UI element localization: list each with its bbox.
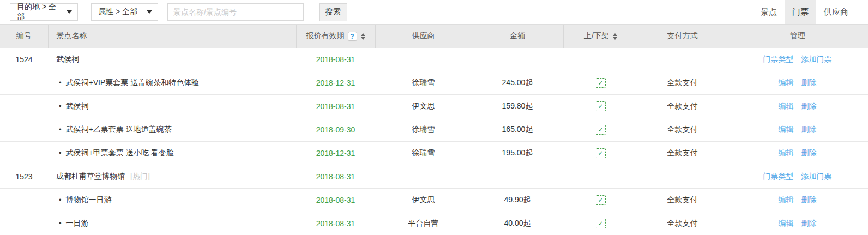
shelf-status-cell <box>563 189 638 212</box>
scenic-name: 武侯祠 <box>56 55 79 63</box>
management-cell: 编辑删除 <box>727 189 868 212</box>
scenic-name: 武侯祠 <box>66 101 89 110</box>
amount-value: 245.00起 <box>502 78 533 87</box>
supplier-cell: 伊文思 <box>375 189 472 212</box>
quote-validity-cell: 2018-12-31 <box>296 71 375 95</box>
chevron-down-icon <box>67 10 72 14</box>
quote-validity-cell: 2018-12-31 <box>296 142 375 165</box>
hot-tag: [热门] <box>130 172 150 180</box>
management-cell: 编辑删除 <box>727 118 868 142</box>
action-link[interactable]: 删除 <box>801 219 817 227</box>
action-link[interactable]: 删除 <box>801 148 817 157</box>
quote-validity-cell: 2018-08-31 <box>296 48 375 71</box>
quote-validity-date: 2018-08-31 <box>316 55 355 64</box>
quote-validity-cell: 2018-08-31 <box>296 165 375 189</box>
shelf-status-cell <box>563 118 638 142</box>
quote-validity-date: 2018-12-31 <box>316 79 355 87</box>
ticket-id-cell <box>0 189 48 212</box>
table-row: •武侯祠 2018-08-31 伊文思 159.80起 全款支付 编辑删除 <box>0 95 868 118</box>
action-link[interactable]: 编辑 <box>779 78 794 87</box>
shelf-status-cell <box>563 142 638 165</box>
scenic-name: 成都杜甫草堂博物馆 <box>56 172 125 180</box>
on-shelf-checkbox-icon[interactable] <box>596 125 606 135</box>
action-link[interactable]: 删除 <box>801 195 817 204</box>
quote-validity-cell: 2018-08-31 <box>296 95 375 118</box>
on-shelf-checkbox-icon[interactable] <box>596 101 606 111</box>
on-shelf-checkbox-icon[interactable] <box>596 78 606 88</box>
action-link[interactable]: 编辑 <box>779 148 794 157</box>
management-cell: 编辑删除 <box>727 71 868 95</box>
search-input[interactable] <box>167 3 304 21</box>
payment-cell: 全款支付 <box>638 212 727 235</box>
destination-dropdown-label: 目的地 > 全部 <box>17 2 61 22</box>
ticket-id-cell <box>0 212 48 235</box>
attribute-dropdown-label: 属性 > 全部 <box>98 7 137 17</box>
action-link[interactable]: 编辑 <box>779 195 794 204</box>
on-shelf-checkbox-icon[interactable] <box>596 148 606 158</box>
quote-validity-date: 2018-08-31 <box>316 102 355 111</box>
table-row: •武侯祠+乙票套票 送地道盖碗茶 2018-09-30 徐瑞雪 165.00起 … <box>0 118 868 142</box>
payment-method: 全款支付 <box>667 125 698 134</box>
ticket-id-cell <box>0 71 48 95</box>
amount-cell <box>472 165 563 189</box>
tab-tickets[interactable]: 门票 <box>785 0 816 24</box>
shelf-status-cell <box>563 71 638 95</box>
amount-cell <box>472 48 563 71</box>
payment-cell <box>638 48 727 71</box>
action-link[interactable]: 删除 <box>801 125 817 134</box>
scenic-name-cell: •武侯祠+甲票套票 送小吃 看变脸 <box>48 142 296 165</box>
amount-value: 165.00起 <box>502 125 533 134</box>
supplier-cell: 徐瑞雪 <box>375 71 472 95</box>
tab-suppliers[interactable]: 供应商 <box>816 0 856 24</box>
column-header-shelf-status: 上/下架 <box>563 25 638 48</box>
supplier-cell: 徐瑞雪 <box>375 118 472 142</box>
supplier-cell <box>375 165 472 189</box>
search-button[interactable]: 搜索 <box>319 3 347 21</box>
quote-validity-date: 2018-08-31 <box>316 219 355 228</box>
action-link[interactable]: 编辑 <box>779 219 794 227</box>
on-shelf-checkbox-icon[interactable] <box>596 219 606 228</box>
supplier-name: 徐瑞雪 <box>412 78 435 87</box>
destination-dropdown[interactable]: 目的地 > 全部 <box>10 3 78 21</box>
help-icon[interactable]: ? <box>348 32 357 41</box>
supplier-name: 徐瑞雪 <box>412 148 435 157</box>
supplier-name: 伊文思 <box>412 101 435 110</box>
tickets-table: 编号 景点名称 报价有效期? 供应商 金额 上/下架 支付方式 管理 1524 … <box>0 24 868 235</box>
quote-validity-date: 2018-08-31 <box>316 196 355 204</box>
action-link[interactable]: 添加门票 <box>801 55 832 63</box>
action-link[interactable]: 添加门票 <box>801 172 832 180</box>
management-cell: 编辑删除 <box>727 95 868 118</box>
supplier-cell <box>375 48 472 71</box>
action-link[interactable]: 编辑 <box>779 101 794 110</box>
action-link[interactable]: 门票类型 <box>763 55 794 63</box>
tab-scenic-spots[interactable]: 景点 <box>753 0 785 24</box>
shelf-status-cell <box>563 95 638 118</box>
table-row: •一日游 2018-08-31 平台自营 40.00起 全款支付 编辑删除 <box>0 212 868 235</box>
action-link[interactable]: 门票类型 <box>763 172 794 180</box>
ticket-id-cell <box>0 118 48 142</box>
sort-icon[interactable] <box>613 33 617 40</box>
table-header: 编号 景点名称 报价有效期? 供应商 金额 上/下架 支付方式 管理 <box>0 25 868 48</box>
action-link[interactable]: 编辑 <box>779 125 794 134</box>
supplier-name: 平台自营 <box>408 219 439 227</box>
attribute-dropdown[interactable]: 属性 > 全部 <box>91 3 158 21</box>
amount-value: 40.00起 <box>504 219 531 227</box>
action-link[interactable]: 删除 <box>801 78 817 87</box>
table-row: •武侯祠+甲票套票 送小吃 看变脸 2018-12-31 徐瑞雪 195.00起… <box>0 142 868 165</box>
payment-cell: 全款支付 <box>638 142 727 165</box>
table-body: 1524 武侯祠 2018-08-31 门票类型添加门票 •武侯祠+VIP票套票… <box>0 48 868 235</box>
amount-value: 159.80起 <box>502 101 533 110</box>
scenic-name-cell: •武侯祠 <box>48 95 296 118</box>
on-shelf-checkbox-icon[interactable] <box>596 195 606 205</box>
table-row: 1523 成都杜甫草堂博物馆[热门] 2018-08-31 门票类型添加门票 <box>0 165 868 189</box>
scenic-name-cell: 武侯祠 <box>48 48 296 71</box>
scenic-name-cell: •武侯祠+乙票套票 送地道盖碗茶 <box>48 118 296 142</box>
module-tabs: 景点 门票 供应商 <box>753 0 856 24</box>
column-header-id: 编号 <box>0 25 48 48</box>
scenic-name-cell: •博物馆一日游 <box>48 189 296 212</box>
supplier-name: 伊文思 <box>412 195 435 204</box>
sort-icon[interactable] <box>361 33 365 40</box>
bullet-icon: • <box>59 125 62 134</box>
amount-cell: 165.00起 <box>472 118 563 142</box>
action-link[interactable]: 删除 <box>801 101 817 110</box>
